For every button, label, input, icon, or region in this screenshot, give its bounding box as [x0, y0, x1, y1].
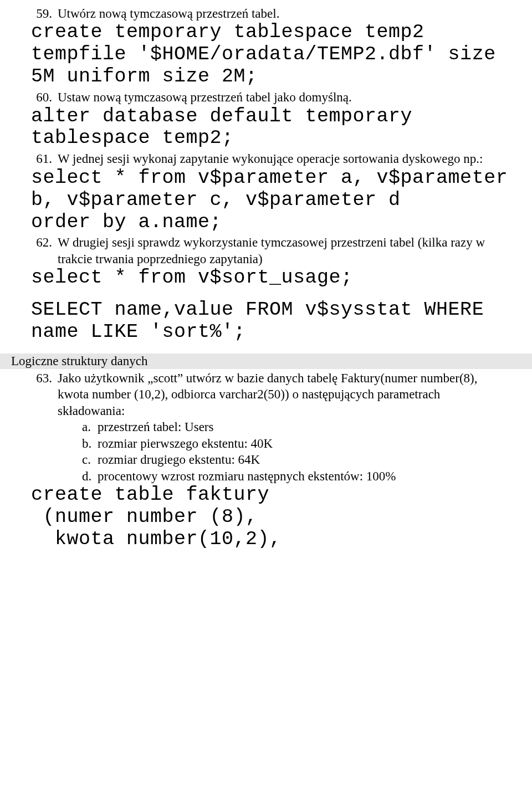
sublist-mark: a.: [82, 419, 98, 435]
sublist-text: przestrzeń tabel: Users: [98, 419, 213, 435]
list-item-59: 59. Utwórz nową tymczasową przestrzeń ta…: [31, 6, 510, 22]
sublist-item-b: b. rozmiar pierwszego ekstentu: 40K: [82, 436, 510, 452]
list-item-62: 62. W drugiej sesji sprawdz wykorzystani…: [31, 234, 510, 267]
code-block: create temporary tablespace temp2 tempfi…: [31, 22, 510, 88]
item-number: 60.: [31, 89, 58, 105]
sublist-mark: d.: [82, 468, 98, 484]
list-item-61: 61. W jednej sesji wykonaj zapytanie wyk…: [31, 151, 510, 167]
list-item-63: 63. Jako użytkownik „scott” utwórz w baz…: [31, 370, 510, 419]
section-header: Logiczne struktury danych: [0, 353, 532, 369]
item-text: W jednej sesji wykonaj zapytanie wykonuj…: [58, 151, 510, 167]
sublist-mark: b.: [82, 436, 98, 452]
item-text: Utwórz nową tymczasową przestrzeń tabel.: [58, 6, 510, 22]
sublist-mark: c.: [82, 452, 98, 468]
item-number: 62.: [31, 234, 58, 250]
code-block: kwota number(10,2),: [31, 529, 510, 551]
code-block: select * from v$sort_usage;: [31, 267, 510, 289]
code-block: SELECT name,value FROM v$sysstat WHERE n…: [31, 299, 510, 344]
sublist-item-d: d. procentowy wzrost rozmiaru następnych…: [82, 468, 510, 484]
sublist-item-a: a. przestrzeń tabel: Users: [82, 419, 510, 435]
code-block: create table faktury: [31, 484, 510, 506]
sublist-text: rozmiar pierwszego ekstentu: 40K: [98, 436, 273, 452]
list-item-60: 60. Ustaw nową tymczasową przestrzeń tab…: [31, 89, 510, 105]
sublist-text: rozmiar drugiego ekstentu: 64K: [98, 452, 260, 468]
item-number: 63.: [31, 370, 58, 386]
item-number: 61.: [31, 151, 58, 167]
item-number: 59.: [31, 6, 58, 22]
sublist-item-c: c. rozmiar drugiego ekstentu: 64K: [82, 452, 510, 468]
sublist: a. przestrzeń tabel: Users b. rozmiar pi…: [31, 419, 510, 484]
code-block: order by a.name;: [31, 212, 510, 234]
code-block: alter database default temporary tablesp…: [31, 106, 510, 150]
code-block: (numer number (8),: [31, 506, 510, 529]
item-text: Jako użytkownik „scott” utwórz w bazie d…: [58, 370, 510, 419]
item-text: Ustaw nową tymczasową przestrzeń tabel j…: [58, 89, 510, 105]
code-block: select * from v$parameter a, v$parameter…: [31, 167, 510, 212]
item-text: W drugiej sesji sprawdz wykorzystanie ty…: [58, 234, 510, 267]
sublist-text: procentowy wzrost rozmiaru następnych ek…: [98, 468, 396, 484]
